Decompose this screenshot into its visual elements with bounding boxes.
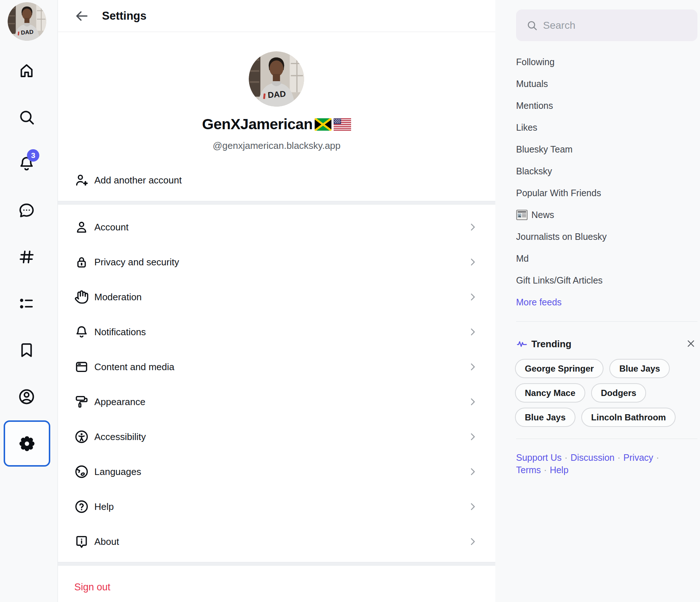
accessibility-icon — [74, 429, 89, 444]
settings-row-label: Privacy and security — [94, 245, 179, 280]
footer-links: Support Us·Discussion·Privacy·Terms·Help — [516, 451, 697, 476]
sign-out-button[interactable]: Sign out — [74, 582, 110, 593]
feed-link-bluesky-team[interactable]: Bluesky Team — [516, 138, 697, 160]
settings-row-help[interactable]: Help — [58, 489, 495, 524]
search-icon — [18, 108, 35, 126]
feed-link-label: News — [531, 204, 554, 226]
feed-link-mentions[interactable]: Mentions — [516, 95, 697, 116]
feed-link-likes[interactable]: Likes — [516, 116, 697, 138]
feed-link-news[interactable]: News — [516, 204, 697, 226]
chevron-right-icon — [467, 326, 478, 337]
trending-topic-blue-jays-4[interactable]: Blue Jays — [515, 408, 575, 427]
trending-topic-blue-jays-1[interactable]: Blue Jays — [609, 359, 670, 378]
nav-search[interactable] — [18, 108, 35, 126]
arrow-left-icon — [74, 8, 89, 24]
list-icon — [18, 295, 35, 312]
profile-avatar[interactable]: DAD — [249, 51, 304, 107]
more-feeds-link[interactable]: More feeds — [516, 291, 697, 313]
settings-row-label: Account — [94, 210, 129, 245]
feed-link-mutuals[interactable]: Mutuals — [516, 73, 697, 95]
settings-row-appearance[interactable]: Appearance — [58, 384, 495, 419]
newspaper-icon — [516, 210, 528, 220]
trending-topic-nancy-mace-2[interactable]: Nancy Mace — [515, 383, 585, 403]
add-account-label: Add another account — [94, 166, 182, 195]
trending-title: Trending — [531, 335, 571, 353]
svg-text:DAD: DAD — [21, 29, 34, 36]
chevron-right-icon — [467, 466, 478, 477]
feed-link-label: Mentions — [516, 95, 553, 116]
page-title: Settings — [102, 0, 146, 32]
gear-icon — [18, 435, 36, 452]
settings-row-languages[interactable]: Languages — [58, 454, 495, 489]
feed-link-label: Gift Links/Gift Articles — [516, 269, 603, 291]
chevron-right-icon — [467, 431, 478, 442]
search-input[interactable]: Search — [516, 9, 697, 41]
nav-settings[interactable] — [18, 435, 36, 452]
feed-link-md[interactable]: Md — [516, 247, 697, 269]
feed-link-following[interactable]: Following — [516, 51, 697, 73]
feed-link-blacksky[interactable]: Blacksky — [516, 160, 697, 182]
feed-link-label: Following — [516, 51, 555, 73]
nav-home[interactable] — [18, 62, 35, 79]
footer-link-support-us[interactable]: Support Us — [516, 452, 562, 463]
trending-topic-lincoln-bathroom-5[interactable]: Lincoln Bathroom — [581, 408, 676, 427]
section-divider — [58, 201, 495, 205]
nav-settings-selected[interactable] — [4, 420, 50, 467]
right-sidebar: Search FollowingMutualsMentionsLikesBlue… — [496, 0, 700, 602]
chevron-right-icon — [467, 396, 478, 407]
nav-feeds[interactable] — [18, 248, 35, 266]
jamaica-flag-icon — [315, 117, 331, 134]
settings-row-about[interactable]: About — [58, 524, 495, 559]
nav-avatar[interactable]: DAD — [8, 2, 46, 41]
settings-row-notifications[interactable]: Notifications — [58, 314, 495, 349]
notifications-badge: 3 — [27, 149, 39, 162]
lock-icon — [74, 255, 89, 269]
feed-link-popular-with-friends[interactable]: Popular With Friends — [516, 182, 697, 204]
settings-row-accessibility[interactable]: Accessibility — [58, 419, 495, 454]
feed-link-label: Journalists on Bluesky — [516, 226, 607, 247]
bell-icon — [74, 325, 89, 339]
back-button[interactable] — [74, 8, 89, 24]
feed-link-gift-links-gift-articles[interactable]: Gift Links/Gift Articles — [516, 269, 697, 291]
footer-line: Terms·Help — [516, 464, 697, 476]
trending-topic-george-springer-0[interactable]: George Springer — [515, 359, 603, 378]
feed-link-label: Popular With Friends — [516, 182, 601, 204]
settings-row-privacy-and-security[interactable]: Privacy and security — [58, 245, 495, 280]
person-icon — [74, 220, 89, 234]
left-nav-rail: DAD 3 — [0, 0, 58, 602]
nav-profile[interactable] — [18, 388, 35, 405]
nav-chat[interactable] — [18, 202, 35, 219]
settings-row-label: About — [94, 524, 119, 559]
help-circle-icon — [74, 499, 89, 514]
feeds-list: FollowingMutualsMentionsLikesBluesky Tea… — [516, 51, 697, 313]
profile-handle: @genxjamerican.blacksky.app — [58, 140, 495, 151]
settings-row-moderation[interactable]: Moderation — [58, 280, 495, 314]
footer-link-help[interactable]: Help — [550, 465, 568, 475]
settings-header: Settings — [58, 0, 495, 32]
footer-separator: · — [562, 452, 570, 463]
close-icon[interactable] — [686, 338, 696, 349]
feed-link-label: Likes — [516, 116, 537, 138]
add-account-button[interactable]: Add another account — [58, 166, 495, 195]
settings-row-label: Notifications — [94, 314, 146, 349]
person-plus-icon — [74, 173, 89, 187]
hash-icon — [18, 248, 35, 266]
chevron-right-icon — [467, 361, 478, 372]
nav-lists[interactable] — [18, 295, 35, 312]
us-flag-icon — [334, 117, 351, 134]
chevron-right-icon — [467, 536, 478, 547]
footer-link-privacy[interactable]: Privacy — [624, 452, 653, 463]
footer-link-discussion[interactable]: Discussion — [570, 452, 614, 463]
feed-link-journalists-on-bluesky[interactable]: Journalists on Bluesky — [516, 226, 697, 247]
window-icon — [74, 360, 89, 374]
settings-row-content-and-media[interactable]: Content and media — [58, 349, 495, 384]
footer-separator: · — [653, 452, 662, 463]
trending-topic-dodgers-3[interactable]: Dodgers — [591, 383, 646, 403]
chevron-right-icon — [467, 501, 478, 512]
settings-row-account[interactable]: Account — [58, 210, 495, 245]
feed-link-label: Md — [516, 247, 529, 269]
section-divider — [58, 562, 495, 566]
footer-link-terms[interactable]: Terms — [516, 465, 541, 475]
nav-bookmarks[interactable] — [18, 341, 35, 359]
divider — [516, 439, 697, 439]
